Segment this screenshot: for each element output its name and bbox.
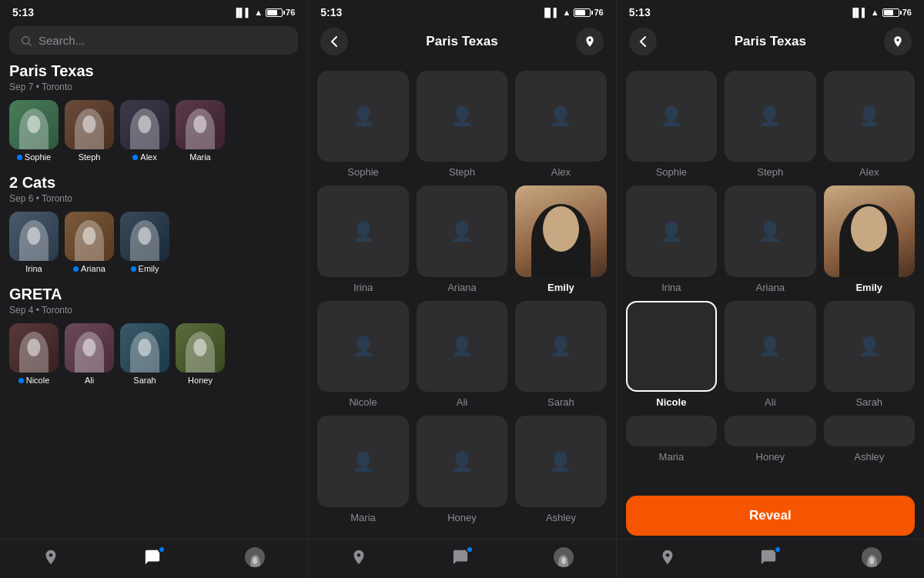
event-list: Paris Texas Sep 7 • Toronto Sophie <box>0 62 307 539</box>
bottom-nav-2 <box>308 539 615 578</box>
list-item[interactable]: Irina <box>9 212 59 273</box>
list-item[interactable]: Alex <box>120 100 169 162</box>
grid-item-honey-2[interactable]: 👤 Honey <box>417 416 507 523</box>
event-title-paris-texas: Paris Texas <box>9 62 298 80</box>
list-item[interactable]: Honey <box>176 323 225 385</box>
person-name-sophie: Sophie <box>17 152 51 162</box>
grid-item-ashley-3[interactable]: Ashley <box>824 416 915 463</box>
grid-name-sarah-3: Sarah <box>855 396 882 408</box>
location-icon-3 <box>659 549 676 566</box>
battery-icon-3 <box>882 8 899 17</box>
grid-item-sarah-3[interactable]: 👤 Sarah <box>824 301 915 408</box>
grid-item-alex-3[interactable]: 👤 Alex <box>824 71 915 178</box>
location-icon <box>42 549 59 566</box>
grid-item-steph-3[interactable]: 👤 Steph <box>725 71 815 178</box>
online-dot <box>73 266 79 272</box>
avatar-ariana <box>65 212 114 261</box>
list-item[interactable]: Sophie <box>9 100 59 162</box>
grid-item-sophie-2[interactable]: 👤 Sophie <box>317 71 408 178</box>
list-item[interactable]: Ali <box>65 323 114 385</box>
grid-avatar-alex-3: 👤 <box>824 71 915 162</box>
nav-profile-3[interactable] <box>862 547 882 567</box>
avatar-honey-list <box>176 323 225 373</box>
nav-profile-1[interactable] <box>245 547 265 567</box>
location-button-2[interactable] <box>576 28 604 55</box>
wifi-icon-3: ▲ <box>871 8 879 17</box>
grid-item-maria-3[interactable]: Maria <box>626 416 717 463</box>
grid-name-nicole-3: Nicole <box>656 396 686 408</box>
grid-item-ariana-2[interactable]: 👤 Ariana <box>417 185 507 292</box>
grid-item-ali-2[interactable]: 👤 Ali <box>417 301 507 408</box>
nav-messages-1[interactable] <box>144 549 161 566</box>
avatar-sarah-list <box>120 323 169 373</box>
grid-item-nicole-2[interactable]: 👤 Nicole <box>317 301 408 408</box>
grid-item-steph-2[interactable]: 👤 Steph <box>417 71 507 178</box>
online-dot <box>132 155 138 160</box>
grid-avatar-emily-2 <box>515 185 606 276</box>
list-item[interactable]: Emily <box>120 212 169 273</box>
grid-name-emily-3: Emily <box>855 282 882 293</box>
grid-item-ashley-2[interactable]: 👤 Ashley <box>515 416 606 523</box>
back-button-3[interactable] <box>629 28 657 55</box>
grid-name-ashley-2: Ashley <box>546 512 576 523</box>
grid-avatar-sophie-3: 👤 <box>626 71 717 162</box>
list-item[interactable]: Maria <box>176 100 225 162</box>
grid-avatar-steph-2: 👤 <box>417 71 507 162</box>
greta-people: Nicole Ali <box>9 323 298 385</box>
grid-item-irina-3[interactable]: 👤 Irina <box>626 185 717 292</box>
list-item[interactable]: Nicole <box>9 323 59 385</box>
person-name-alex: Alex <box>132 152 156 162</box>
grid-item-ariana-3[interactable]: 👤 Ariana <box>725 185 815 292</box>
person-name-irina: Irina <box>25 264 42 273</box>
grid-avatar-ashley-2: 👤 <box>515 416 606 506</box>
grid-item-sophie-3[interactable]: 👤 Sophie <box>626 71 717 178</box>
back-button-2[interactable] <box>320 28 348 55</box>
search-icon <box>20 35 32 47</box>
grid-avatar-honey-2: 👤 <box>417 416 507 506</box>
grid-name-irina-3: Irina <box>661 282 681 293</box>
event-subtitle-greta: Sep 4 • Toronto <box>9 305 298 316</box>
person-name-sarah-list: Sarah <box>133 376 156 385</box>
nav-location-2[interactable] <box>350 549 367 566</box>
grid-avatar-maria-3 <box>626 416 717 446</box>
status-time-2: 5:13 <box>320 6 342 18</box>
search-bar[interactable]: Search... <box>9 26 298 55</box>
nav-messages-2[interactable] <box>452 549 469 566</box>
location-button-3[interactable] <box>884 28 912 55</box>
grid-avatar-ariana-2: 👤 <box>417 185 507 276</box>
person-name-ariana: Ariana <box>73 264 105 273</box>
grid-item-irina-2[interactable]: 👤 Irina <box>317 185 408 292</box>
grid-avatar-sophie-2: 👤 <box>317 71 408 162</box>
grid-item-maria-2[interactable]: 👤 Maria <box>317 416 408 523</box>
avatar-nicole-list <box>9 323 59 373</box>
list-item[interactable]: Ariana <box>65 212 114 273</box>
nav-messages-3[interactable] <box>760 549 777 566</box>
grid-item-emily-3[interactable]: Emily <box>824 185 915 292</box>
event-paris-texas[interactable]: Paris Texas Sep 7 • Toronto Sophie <box>9 62 298 162</box>
grid-item-alex-2[interactable]: 👤 Alex <box>515 71 606 178</box>
grid-name-nicole-2: Nicole <box>349 396 377 408</box>
grid-avatar-ashley-3 <box>824 416 915 446</box>
reveal-button[interactable]: Reveal <box>626 496 915 536</box>
grid-name-ali-3: Ali <box>765 396 775 408</box>
list-item[interactable]: Steph <box>65 100 114 162</box>
battery-percent-2: 76 <box>594 8 603 17</box>
grid-item-emily-2[interactable]: Emily <box>515 185 606 292</box>
grid-avatar-sarah-2: 👤 <box>515 301 606 392</box>
bottom-nav-1 <box>0 539 307 578</box>
avatar-steph <box>65 100 114 149</box>
nav-profile-2[interactable] <box>554 547 574 567</box>
nav-location-1[interactable] <box>42 549 59 566</box>
grid-item-ali-3[interactable]: 👤 Ali <box>725 301 815 408</box>
grid-item-nicole-3[interactable]: Nicole <box>626 301 717 408</box>
nav-location-3[interactable] <box>659 549 676 566</box>
person-name-nicole-list: Nicole <box>18 376 50 385</box>
person-name-emily-list: Emily <box>131 264 159 273</box>
grid-avatar-nicole-3 <box>626 301 717 392</box>
list-item[interactable]: Sarah <box>120 323 169 385</box>
event-greta[interactable]: GRETA Sep 4 • Toronto Nicole <box>9 286 298 385</box>
grid-item-sarah-2[interactable]: 👤 Sarah <box>515 301 606 408</box>
event-2cats[interactable]: 2 Cats Sep 6 • Toronto Irina <box>9 174 298 273</box>
location-icon-2 <box>350 549 367 566</box>
grid-item-honey-3[interactable]: Honey <box>725 416 815 463</box>
